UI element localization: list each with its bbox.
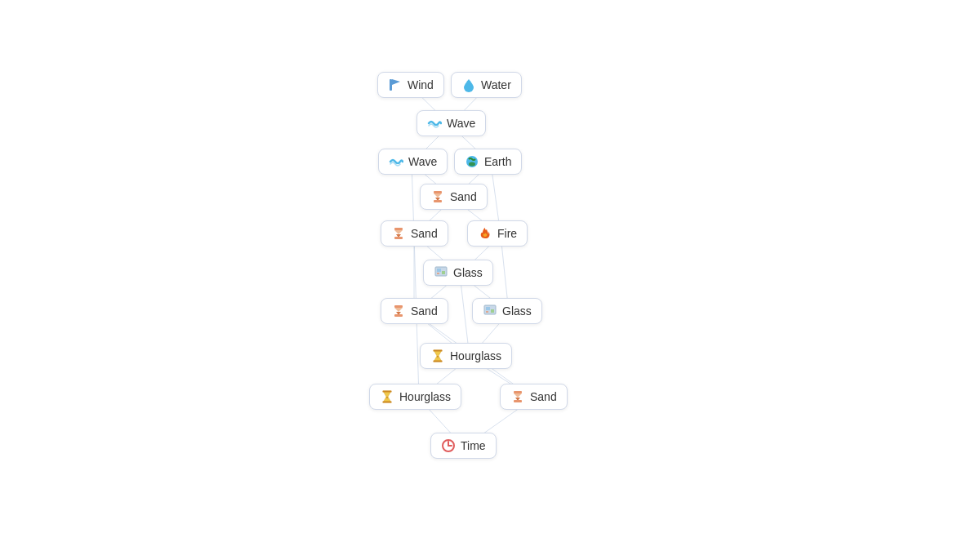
wave2-icon: [389, 154, 403, 169]
node-hourglass1[interactable]: Hourglass: [420, 343, 512, 369]
svg-rect-50: [434, 350, 443, 352]
node-sand1[interactable]: Sand: [420, 184, 488, 210]
node-earth[interactable]: Earth: [454, 149, 522, 175]
glass1-label: Glass: [453, 266, 483, 279]
time-label: Time: [461, 439, 486, 452]
svg-rect-40: [437, 273, 439, 274]
svg-rect-38: [437, 269, 441, 272]
node-hourglass2[interactable]: Hourglass: [369, 384, 461, 410]
sand4-icon: [510, 389, 525, 404]
wind-icon: [388, 78, 403, 92]
glass2-label: Glass: [502, 304, 532, 318]
water-label: Water: [481, 78, 511, 91]
sand3-label: Sand: [411, 304, 438, 318]
node-sand4[interactable]: Sand: [500, 384, 568, 410]
sand1-label: Sand: [450, 190, 477, 203]
wind-label: Wind: [408, 78, 434, 91]
svg-marker-34: [394, 230, 403, 234]
svg-rect-29: [434, 191, 442, 193]
node-water[interactable]: Water: [451, 72, 522, 98]
earth-label: Earth: [484, 155, 511, 168]
svg-rect-36: [394, 237, 403, 239]
wave1-icon: [427, 116, 442, 131]
svg-rect-46: [486, 307, 490, 310]
water-icon: [461, 78, 476, 92]
node-fire[interactable]: Fire: [467, 220, 528, 247]
fire-label: Fire: [497, 227, 517, 240]
hourglass2-icon: [380, 389, 394, 404]
svg-rect-33: [394, 228, 403, 230]
canvas-area: WindWaterWaveWaveEarthSandSandFireGlassS…: [0, 0, 980, 551]
svg-marker-42: [394, 308, 403, 312]
node-sand3[interactable]: Sand: [381, 298, 448, 324]
svg-rect-32: [434, 200, 442, 202]
earth-icon: [465, 154, 479, 169]
svg-marker-26: [392, 79, 400, 85]
sand3-icon: [391, 304, 406, 318]
sand4-label: Sand: [530, 390, 557, 403]
node-sand2[interactable]: Sand: [381, 220, 448, 247]
svg-marker-58: [514, 393, 522, 398]
sand2-label: Sand: [411, 227, 438, 240]
svg-rect-44: [394, 314, 403, 317]
sand2-icon: [391, 226, 406, 241]
node-time[interactable]: Time: [430, 433, 497, 459]
svg-rect-60: [514, 400, 522, 402]
svg-rect-39: [442, 271, 445, 274]
svg-rect-41: [394, 305, 403, 308]
node-wind[interactable]: Wind: [377, 72, 444, 98]
svg-rect-55: [383, 402, 392, 403]
glass2-icon: [483, 304, 497, 318]
wave2-label: Wave: [408, 155, 437, 168]
node-glass2[interactable]: Glass: [472, 298, 542, 324]
hourglass1-icon: [430, 349, 445, 363]
svg-rect-57: [514, 391, 522, 393]
fire-icon: [478, 226, 492, 241]
node-wave2[interactable]: Wave: [378, 149, 448, 175]
sand1-icon: [430, 189, 445, 204]
node-glass1[interactable]: Glass: [423, 260, 493, 286]
svg-rect-54: [383, 391, 392, 393]
time-icon: [441, 438, 456, 453]
glass1-icon: [434, 265, 448, 280]
hourglass2-label: Hourglass: [399, 390, 451, 403]
svg-rect-25: [390, 79, 392, 91]
svg-marker-30: [434, 193, 442, 198]
svg-rect-51: [434, 361, 443, 362]
svg-rect-48: [486, 311, 488, 313]
hourglass1-label: Hourglass: [450, 349, 501, 362]
svg-point-28: [469, 162, 475, 167]
svg-rect-47: [491, 309, 494, 313]
node-wave1[interactable]: Wave: [416, 110, 486, 136]
wave1-label: Wave: [447, 117, 475, 130]
